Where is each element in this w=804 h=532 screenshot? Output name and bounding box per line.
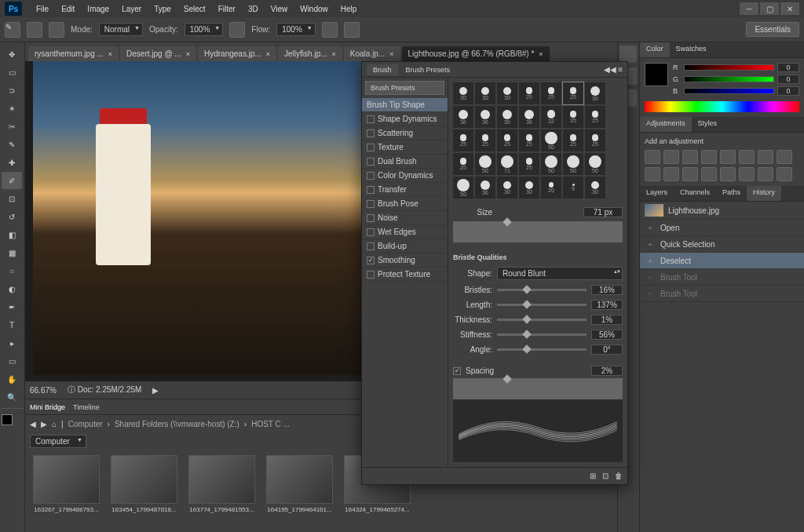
brush-tip-preset[interactable]: 36: [519, 106, 539, 128]
brush-tip-preset[interactable]: 25: [453, 153, 473, 175]
nav-back-icon[interactable]: ◀: [30, 420, 36, 428]
menu-window[interactable]: Window: [294, 5, 334, 13]
close-tab-icon[interactable]: ×: [108, 50, 112, 58]
tab-paths[interactable]: Paths: [716, 186, 747, 201]
brush-option-smoothing[interactable]: Smoothing: [362, 253, 448, 268]
pen-tool[interactable]: ✒: [2, 298, 22, 315]
brush-option-scattering[interactable]: Scattering: [362, 126, 448, 140]
checkbox-icon[interactable]: [367, 200, 375, 208]
brush-tip-preset[interactable]: 71: [497, 153, 517, 175]
brush-tip-preset[interactable]: 20: [541, 177, 561, 199]
tab-styles[interactable]: Styles: [692, 117, 724, 132]
document-tab[interactable]: Lighthouse.jpg @ 66.7% (RGB/8#) *×: [402, 46, 550, 61]
thumbnail[interactable]: 163267_1799486793...: [33, 455, 100, 513]
adjustment-icon[interactable]: [682, 167, 698, 181]
close-tab-icon[interactable]: ×: [332, 50, 336, 58]
close-button[interactable]: ✕: [780, 2, 799, 15]
workspace-switcher[interactable]: Essentials: [746, 22, 799, 37]
thickness-value[interactable]: 1%: [591, 315, 623, 325]
color-ramp[interactable]: [645, 101, 799, 112]
thumbnail[interactable]: 163774_1799481553...: [188, 455, 255, 513]
checkbox-icon[interactable]: [367, 214, 375, 222]
location-dropdown[interactable]: Computer: [30, 435, 86, 448]
brush-tip-preset[interactable]: 25: [541, 82, 561, 104]
breadcrumb[interactable]: Shared Folders (\\vmware-host) (Z:): [115, 420, 239, 428]
brush-tool-icon[interactable]: ✎: [5, 22, 20, 38]
brush-tip-preset[interactable]: 30: [585, 177, 605, 199]
b-value[interactable]: 0: [777, 86, 799, 96]
length-slider[interactable]: [497, 304, 587, 306]
adjustment-icon[interactable]: [758, 167, 773, 181]
checkbox-icon[interactable]: [367, 186, 375, 194]
brush-tip-preset[interactable]: 25: [453, 129, 473, 151]
close-tab-icon[interactable]: ×: [186, 50, 190, 58]
maximize-button[interactable]: ▢: [760, 2, 779, 15]
brush-preset-picker[interactable]: [27, 22, 42, 38]
r-value[interactable]: 0: [777, 63, 799, 72]
brush-option-wet-edges[interactable]: Wet Edges: [362, 225, 448, 239]
menu-help[interactable]: Help: [334, 5, 364, 13]
history-step[interactable]: ▫Brush Tool: [640, 286, 804, 302]
bristles-slider[interactable]: [497, 289, 587, 291]
spacing-value[interactable]: 2%: [591, 366, 623, 376]
checkbox-icon[interactable]: [367, 129, 375, 137]
brush-option-noise[interactable]: Noise: [362, 211, 448, 225]
brush-option-shape-dynamics[interactable]: Shape Dynamics: [362, 112, 448, 126]
brush-option-build-up[interactable]: Build-up: [362, 239, 448, 253]
document-tab[interactable]: Jellyfish.jp...×: [278, 46, 342, 61]
brush-tip-preset[interactable]: 25: [519, 153, 539, 175]
brush-tip-preset[interactable]: 50: [585, 153, 605, 175]
brush-tool[interactable]: ✐: [2, 172, 22, 189]
menu-layer[interactable]: Layer: [115, 5, 148, 13]
brush-tip-preset[interactable]: 30: [519, 177, 539, 199]
shape-dropdown[interactable]: Round Blunt: [497, 267, 623, 280]
stiffness-value[interactable]: 56%: [591, 330, 623, 340]
document-tab[interactable]: Desert.jpg @ ...×: [120, 46, 196, 61]
nav-fwd-icon[interactable]: ▶: [41, 420, 47, 428]
brush-option-color-dynamics[interactable]: Color Dynamics: [362, 169, 448, 183]
menu-file[interactable]: File: [30, 5, 55, 13]
close-tab-icon[interactable]: ×: [389, 50, 393, 58]
tab-mini-bridge[interactable]: Mini Bridge: [30, 403, 65, 411]
adjustment-icon[interactable]: [758, 150, 773, 164]
tab-color[interactable]: Color: [640, 42, 670, 57]
brush-tip-preset[interactable]: 9: [563, 177, 583, 199]
angle-value[interactable]: 0°: [591, 344, 623, 355]
r-slider[interactable]: [684, 64, 774, 71]
brush-tip-preset[interactable]: 25: [497, 129, 517, 151]
brush-tip-preset[interactable]: 25: [585, 106, 605, 128]
menu-select[interactable]: Select: [177, 5, 212, 13]
minimize-button[interactable]: ─: [740, 2, 758, 15]
stiffness-slider[interactable]: [497, 333, 587, 336]
brush-option-texture[interactable]: Texture: [362, 140, 448, 155]
checkbox-icon[interactable]: [367, 144, 375, 151]
dodge-tool[interactable]: ◐: [2, 280, 22, 297]
brush-presets-button[interactable]: Brush Presets: [365, 81, 444, 95]
menu-edit[interactable]: Edit: [55, 5, 81, 13]
history-brush-tool[interactable]: ↺: [2, 208, 22, 225]
brush-tip-preset[interactable]: 50: [563, 153, 583, 175]
breadcrumb[interactable]: HOST C ...: [251, 420, 290, 428]
checkbox-icon[interactable]: [367, 257, 375, 264]
adjustment-icon[interactable]: [682, 150, 698, 164]
brush-tip-preset[interactable]: 25: [475, 129, 495, 151]
blur-tool[interactable]: ○: [2, 262, 22, 279]
tab-timeline[interactable]: Timeline: [73, 403, 100, 411]
mode-dropdown[interactable]: Normal: [99, 23, 143, 36]
checkbox-icon[interactable]: [367, 115, 375, 123]
tab-brush-presets[interactable]: Brush Presets: [400, 64, 457, 75]
g-value[interactable]: 0: [777, 75, 799, 84]
marquee-tool[interactable]: ▭: [2, 64, 22, 81]
bristles-value[interactable]: 16%: [591, 285, 623, 295]
zoom-level[interactable]: 66.67%: [30, 386, 57, 395]
close-tab-icon[interactable]: ×: [539, 50, 543, 58]
gradient-tool[interactable]: ▦: [2, 244, 22, 261]
adjustment-icon[interactable]: [645, 150, 660, 164]
path-select-tool[interactable]: ▸: [2, 334, 22, 352]
shape-tool[interactable]: ▭: [2, 352, 22, 370]
brush-tip-preset[interactable]: 25: [519, 129, 539, 151]
brush-tip-preset[interactable]: 25: [563, 129, 583, 151]
adjustment-icon[interactable]: [720, 150, 736, 164]
size-value[interactable]: 71 px: [583, 207, 623, 217]
tab-history[interactable]: History: [747, 186, 781, 201]
